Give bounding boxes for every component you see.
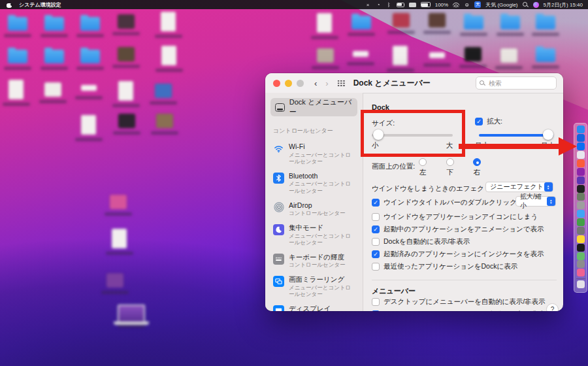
dock-app-icon[interactable] xyxy=(577,210,585,218)
desktop-icon-bar[interactable] xyxy=(353,51,368,57)
dock-app-icon[interactable] xyxy=(577,151,585,159)
minimize-effect-dropdown[interactable]: ジニーエフェクト ▴▾ xyxy=(485,182,553,192)
show-all-grid-icon[interactable] xyxy=(337,80,346,86)
desktop-icon-folder[interactable] xyxy=(80,50,100,63)
desktop-icon-file[interactable] xyxy=(393,46,408,65)
sidebar-item[interactable]: Bluetooth メニューバーとコントロールセンター xyxy=(270,169,357,198)
dock-app-icon[interactable] xyxy=(577,142,585,150)
minimize-button[interactable] xyxy=(285,80,292,87)
checkbox-row[interactable]: ✓ 起動済みのアプリケーションにインジケータを表示 xyxy=(372,250,544,258)
desktop-icon-file[interactable] xyxy=(81,115,96,135)
dock-app-icon[interactable] xyxy=(577,201,585,209)
checkbox[interactable]: ✓ xyxy=(372,310,380,311)
bluetooth-status-icon[interactable]: ᛒ xyxy=(386,1,392,8)
dock-app-icon[interactable] xyxy=(577,125,585,133)
checkbox[interactable] xyxy=(372,298,380,306)
desktop-icon-file[interactable] xyxy=(317,13,332,33)
desktop-icon-img[interactable] xyxy=(118,47,135,61)
desktop-icon-file[interactable] xyxy=(8,80,24,99)
zoom-button[interactable] xyxy=(297,80,304,87)
desktop-icon-file[interactable] xyxy=(118,81,133,101)
position-option[interactable]: 右 xyxy=(473,158,481,177)
apple-menu-icon[interactable] xyxy=(7,2,12,8)
desktop-icon-img[interactable] xyxy=(393,13,410,27)
sidebar-item-dock-menubar[interactable]: Dock とメニューバー xyxy=(270,98,357,116)
menu-clock[interactable]: 5月2日(月) 15:40 xyxy=(544,1,583,8)
sidebar-item[interactable]: キーボードの輝度 コントロールセンター xyxy=(270,250,357,272)
spotlight-icon[interactable] xyxy=(523,1,529,8)
desktop-icon-file[interactable] xyxy=(161,46,176,65)
search-input[interactable] xyxy=(487,79,542,88)
desktop-icon-folder[interactable] xyxy=(464,16,483,29)
checkbox-row[interactable]: ✓ フルスクリーンでメニューバーを自動的に表示/非表示 xyxy=(372,310,552,311)
dock-app-icon[interactable] xyxy=(577,227,585,235)
position-radio[interactable] xyxy=(473,158,481,166)
position-option[interactable]: 下 xyxy=(446,158,454,177)
position-radio[interactable] xyxy=(446,158,454,166)
checkbox-row[interactable]: ウインドウをアプリケーションアイコンにしまう xyxy=(372,213,544,221)
desktop-icon-img[interactable] xyxy=(429,13,446,27)
desktop-icon-file[interactable] xyxy=(112,229,127,248)
dock-app-icon[interactable] xyxy=(577,260,585,268)
dock-app-icon[interactable] xyxy=(577,252,585,260)
desktop-icon-folder[interactable] xyxy=(536,16,555,29)
desktop-icon-laptop[interactable] xyxy=(118,305,145,323)
checkbox[interactable] xyxy=(372,238,380,246)
desktop-icon-folder[interactable] xyxy=(44,17,64,31)
weather-label[interactable]: 天気 (Google) xyxy=(485,1,517,8)
dock-app-icon[interactable] xyxy=(577,168,585,176)
timer-icon[interactable]: ◔ xyxy=(376,1,382,8)
titlebar-doubleclick-checkbox[interactable]: ✓ xyxy=(372,199,380,207)
back-button[interactable]: ‹ xyxy=(314,78,317,88)
sidebar-item[interactable]: ディスプレイ xyxy=(270,301,357,311)
desktop-icon-folder[interactable] xyxy=(500,16,520,29)
titlebar-action-dropdown[interactable]: 拡大/縮小 ▴▾ xyxy=(515,196,556,207)
dock-app-icon[interactable] xyxy=(577,269,585,276)
desktop-icon-img[interactable] xyxy=(465,47,482,61)
checkbox[interactable] xyxy=(372,263,380,271)
dock-app-icon[interactable] xyxy=(577,244,585,252)
dock-app-icon[interactable] xyxy=(577,218,585,226)
desktop-icon-img[interactable] xyxy=(156,114,173,128)
desktop-icon-folder[interactable] xyxy=(8,17,27,31)
dock-app-icon[interactable] xyxy=(577,235,585,243)
desktop-icon-img[interactable] xyxy=(118,14,135,29)
checkbox-row[interactable]: Dockを自動的に表示/非表示 xyxy=(372,238,544,246)
desktop-icon-folder[interactable] xyxy=(351,16,371,29)
dock-app-icon[interactable] xyxy=(577,185,585,193)
magnify-checkbox[interactable]: ✓ xyxy=(475,118,483,125)
keyboard-status-icon[interactable] xyxy=(409,1,416,8)
dock-app-icon[interactable] xyxy=(577,176,585,184)
desktop-icon-img[interactable] xyxy=(500,48,517,63)
checkbox-row[interactable]: デスクトップにメニューバーを自動的に表示/非表示 xyxy=(372,298,552,306)
weather-app-icon[interactable]: 天 xyxy=(474,1,481,8)
search-field[interactable] xyxy=(476,76,557,90)
wifi-status-icon[interactable] xyxy=(453,1,459,8)
menu-app-name[interactable]: システム環境設定 xyxy=(19,1,61,8)
checkbox[interactable]: ✓ xyxy=(372,250,380,258)
magnify-slider-knob[interactable] xyxy=(543,129,553,140)
desktop-icon-img[interactable] xyxy=(44,82,61,97)
sidebar-item[interactable]: 集中モード メニューバーとコントロールセンター xyxy=(270,220,357,250)
siri-icon[interactable] xyxy=(533,2,539,8)
dock-app-icon[interactable] xyxy=(577,193,585,201)
desktop-icon-file[interactable] xyxy=(161,12,176,31)
desktop-icon-folder[interactable] xyxy=(44,50,64,63)
position-radio[interactable] xyxy=(419,158,427,166)
input-switch-icon[interactable]: × xyxy=(365,1,371,8)
magnify-slider[interactable] xyxy=(479,129,553,140)
desktop-icon-folder[interactable] xyxy=(80,17,100,31)
dock-app-icon[interactable] xyxy=(577,159,585,167)
desktop-icon-img[interactable] xyxy=(110,195,127,209)
forward-button[interactable]: › xyxy=(325,78,328,88)
position-option[interactable]: 左 xyxy=(419,158,427,177)
sidebar-item[interactable]: Wi-Fi メニューバーとコントロールセンター xyxy=(270,139,357,169)
desktop-icon-img[interactable] xyxy=(155,84,172,98)
battery-icon[interactable] xyxy=(421,1,431,8)
desktop-icon-img[interactable] xyxy=(317,48,334,63)
checkbox[interactable]: ✓ xyxy=(372,225,380,233)
sidebar-item[interactable]: AirDrop コントロールセンター xyxy=(270,198,357,220)
desktop-icon-bar[interactable] xyxy=(81,85,97,91)
desktop-icon-img[interactable] xyxy=(118,114,135,128)
dock-app-icon[interactable] xyxy=(577,134,585,142)
